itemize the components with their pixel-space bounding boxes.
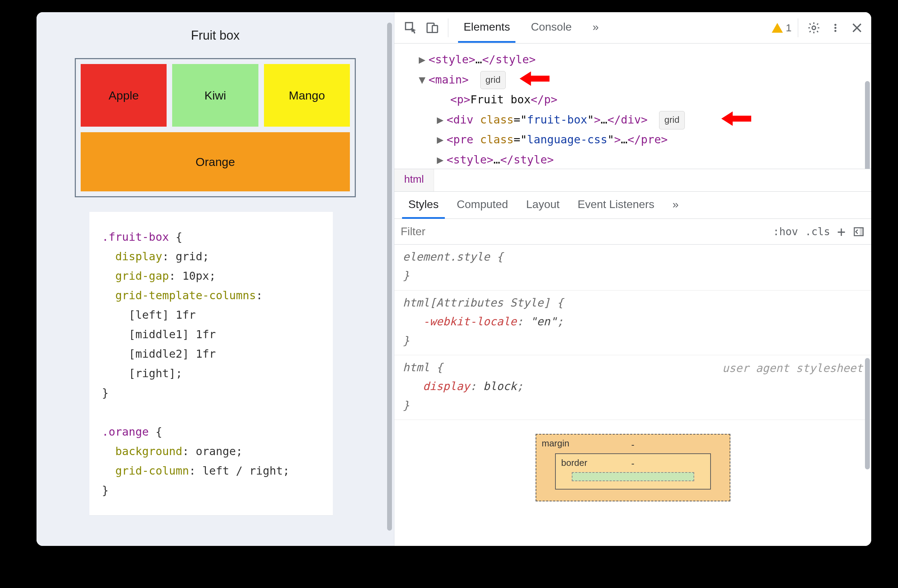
styles-scrollbar[interactable]	[865, 358, 870, 469]
settings-gear-icon[interactable]	[804, 18, 823, 37]
fruit-apple: Apple	[81, 64, 167, 127]
box-model-border-label: border	[561, 457, 587, 468]
warnings-badge[interactable]: 1	[772, 22, 792, 34]
annotation-arrow-icon	[721, 109, 751, 128]
subtab-event-listeners[interactable]: Event Listeners	[569, 192, 664, 219]
box-model-margin-label: margin	[542, 438, 569, 449]
dom-node-main[interactable]: ▼<main> grid	[419, 70, 863, 90]
svg-point-2	[812, 26, 816, 29]
svg-point-4	[834, 27, 836, 29]
grid-badge[interactable]: grid	[659, 111, 684, 129]
fruit-kiwi: Kiwi	[172, 64, 258, 127]
svg-point-5	[834, 29, 836, 32]
subtab-more[interactable]: »	[663, 192, 687, 219]
page-title: Fruit box	[75, 28, 356, 43]
dom-node-div-fruitbox[interactable]: ▶<div class="fruit-box">…</div> grid	[419, 110, 863, 130]
warning-count: 1	[786, 22, 792, 34]
rule-source-label: user agent stylesheet	[722, 359, 863, 377]
fruit-box-grid: Apple Kiwi Mango Orange	[75, 58, 356, 197]
tab-console[interactable]: Console	[522, 13, 580, 42]
inspect-element-icon[interactable]	[401, 18, 420, 37]
rule-element-style[interactable]: element.style { }	[394, 245, 871, 291]
devtools-pane: Elements Console » 1	[394, 12, 871, 546]
styles-subtabs: Styles Computed Layout Event Listeners »	[394, 192, 871, 219]
tab-more[interactable]: »	[584, 13, 608, 42]
app-window: Fruit box Apple Kiwi Mango Orange .fruit…	[37, 12, 871, 546]
grid-badge[interactable]: grid	[480, 71, 506, 89]
annotation-arrow-icon	[520, 69, 549, 88]
toggle-sidebar-icon[interactable]	[852, 225, 865, 238]
svg-point-3	[834, 24, 836, 26]
tab-elements[interactable]: Elements	[455, 13, 519, 42]
preview-scrollbar[interactable]	[387, 23, 392, 531]
devtools-toolbar: Elements Console » 1	[394, 12, 871, 43]
breadcrumb-html[interactable]: html	[394, 169, 434, 191]
fruit-orange: Orange	[81, 132, 350, 191]
styles-rules-pane[interactable]: element.style { } html[Attributes Style]…	[394, 245, 871, 546]
elements-dom-tree[interactable]: ▶<style>…</style> ▼<main> grid <p>Fruit …	[394, 43, 871, 169]
warning-icon	[772, 23, 783, 33]
dom-node-p[interactable]: <p>Fruit box</p>	[419, 90, 863, 110]
cls-toggle-button[interactable]: .cls	[805, 225, 830, 238]
dom-breadcrumb[interactable]: html	[394, 169, 871, 192]
styles-filter-input[interactable]	[401, 219, 766, 244]
subtab-layout[interactable]: Layout	[517, 192, 569, 219]
subtab-styles[interactable]: Styles	[399, 192, 447, 219]
dom-node-pre[interactable]: ▶<pre class="language-css">…</pre>	[419, 130, 863, 150]
hov-toggle-button[interactable]: :hov	[773, 225, 798, 238]
css-code-snippet: .fruit-box { display: grid; grid-gap: 10…	[89, 212, 333, 515]
svg-rect-1	[432, 25, 438, 32]
kebab-menu-icon[interactable]	[826, 18, 845, 37]
subtab-computed[interactable]: Computed	[447, 192, 517, 219]
box-model-diagram[interactable]: margin - border -	[394, 420, 871, 501]
new-rule-button[interactable]: +	[837, 224, 846, 240]
rule-html-ua[interactable]: user agent stylesheethtml { display: blo…	[394, 355, 871, 420]
styles-filter-bar: :hov .cls +	[394, 219, 871, 245]
rule-attributes-style[interactable]: html[Attributes Style] { -webkit-locale:…	[394, 291, 871, 355]
fruit-mango: Mango	[264, 64, 350, 127]
svg-rect-7	[860, 228, 863, 236]
page-preview-pane: Fruit box Apple Kiwi Mango Orange .fruit…	[37, 12, 394, 546]
elements-scrollbar[interactable]	[865, 81, 870, 169]
device-toggle-icon[interactable]	[423, 18, 442, 37]
close-devtools-icon[interactable]	[847, 18, 866, 37]
